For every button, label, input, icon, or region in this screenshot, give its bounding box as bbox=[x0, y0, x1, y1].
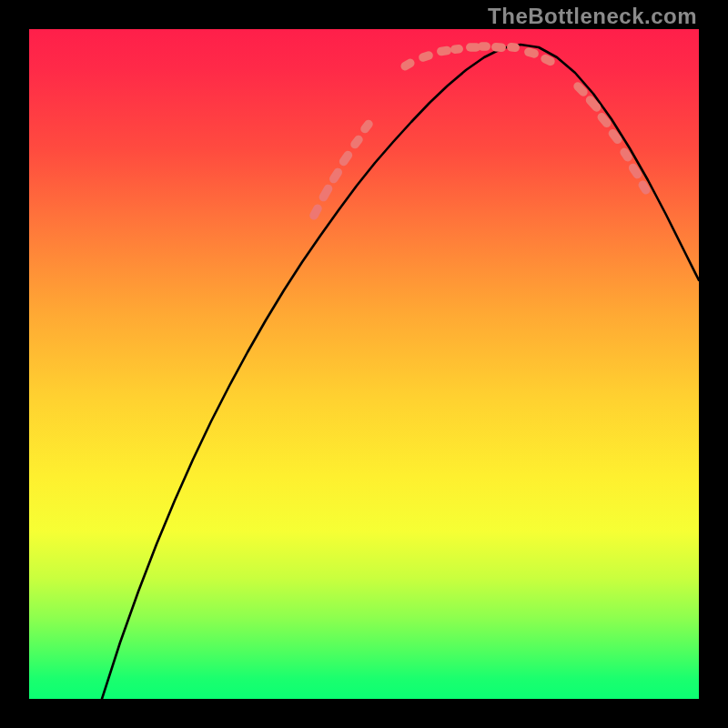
marker-pill bbox=[523, 46, 540, 59]
watermark-label: TheBottleneck.com bbox=[488, 4, 697, 29]
marker-pill bbox=[418, 50, 434, 63]
marker-pill bbox=[619, 147, 634, 164]
marker-pill bbox=[596, 111, 613, 129]
marker-pill bbox=[491, 42, 507, 52]
marker-pill bbox=[318, 183, 334, 203]
marker-pill bbox=[478, 42, 490, 51]
marker-pill bbox=[359, 118, 374, 135]
curve-path bbox=[102, 45, 699, 699]
marker-pill bbox=[349, 134, 364, 150]
curve-layer bbox=[102, 45, 699, 699]
marker-layer bbox=[308, 42, 652, 221]
marker-pill bbox=[571, 80, 589, 98]
marker-pill bbox=[450, 45, 464, 55]
marker-pill bbox=[627, 162, 643, 180]
marker-pill bbox=[436, 46, 451, 56]
plot-svg bbox=[29, 29, 699, 699]
marker-pill bbox=[507, 43, 521, 53]
chart-frame bbox=[29, 29, 699, 699]
marker-pill bbox=[308, 203, 324, 221]
marker-pill bbox=[338, 149, 354, 167]
marker-pill bbox=[328, 167, 344, 185]
marker-pill bbox=[399, 57, 417, 72]
